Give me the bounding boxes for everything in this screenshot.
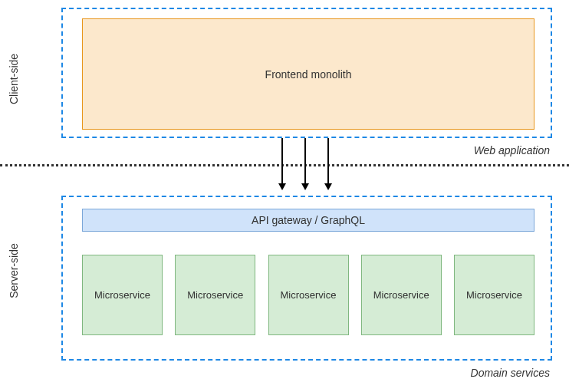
server-side-label: Server-side <box>8 243 20 298</box>
microservices-row: Microservice Microservice Microservice M… <box>82 255 534 335</box>
microservice-box: Microservice <box>82 255 163 335</box>
web-application-caption: Web application <box>474 144 550 156</box>
api-gateway-box: API gateway / GraphQL <box>82 209 534 232</box>
frontend-monolith-box: Frontend monolith <box>82 18 534 130</box>
domain-services-caption: Domain services <box>471 367 550 379</box>
microservice-box: Microservice <box>268 255 349 335</box>
server-container: API gateway / GraphQL Microservice Micro… <box>61 196 552 361</box>
microservice-box: Microservice <box>454 255 534 335</box>
client-side-label: Client-side <box>8 54 20 104</box>
arrow-icon <box>327 138 329 189</box>
arrows-group <box>278 138 335 196</box>
arrow-icon <box>304 138 306 189</box>
microservice-box: Microservice <box>175 255 255 335</box>
arrow-icon <box>281 138 283 189</box>
client-container: Frontend monolith <box>61 8 552 138</box>
microservice-box: Microservice <box>361 255 442 335</box>
